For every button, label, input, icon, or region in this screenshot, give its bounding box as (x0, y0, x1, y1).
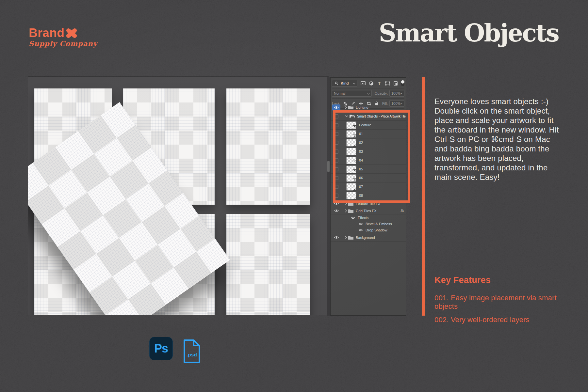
layer-row-effects[interactable]: Effects (331, 214, 406, 221)
visibility-eye-icon[interactable] (351, 216, 355, 219)
visibility-checkbox[interactable] (334, 141, 338, 145)
visibility-checkbox[interactable] (334, 123, 338, 127)
blend-mode-value: Normal (334, 91, 345, 95)
chevron-down-icon[interactable] (345, 115, 348, 117)
layer-thumbnail[interactable] (346, 174, 356, 182)
blend-mode-dropdown[interactable]: Normal (332, 90, 372, 97)
layer-row-smart-objects-group[interactable]: Smart Objects - Place Artwork Here (331, 112, 406, 121)
visibility-eye-icon[interactable] (334, 236, 339, 239)
layer-row-grid-tiles-fx[interactable]: Grid Tiles FX fx (331, 207, 406, 214)
opacity-label: Opacity: (375, 91, 388, 95)
smart-object-badge-icon (353, 152, 356, 155)
chevron-right-icon[interactable] (345, 202, 347, 205)
smart-object-badge-icon (353, 143, 356, 147)
layer-name: 06 (359, 176, 363, 180)
folder-open-icon (350, 114, 355, 118)
visibility-eye-icon[interactable] (359, 229, 363, 231)
layer-name: Lighting (356, 105, 368, 109)
filter-toggle-switch[interactable] (401, 80, 404, 86)
layers-panel-body: Kind T (330, 77, 406, 316)
layer-row-background[interactable]: Background (331, 234, 406, 242)
visibility-checkbox[interactable] (334, 176, 338, 180)
filter-shape-icon[interactable] (385, 81, 390, 86)
layer-thumbnail[interactable] (346, 148, 356, 155)
visibility-checkbox[interactable] (334, 167, 338, 171)
layer-thumbnail[interactable] (346, 192, 356, 199)
fx-badge[interactable]: fx (400, 209, 404, 213)
visibility-checkbox[interactable] (334, 158, 338, 163)
psd-file-icon: .psd (183, 339, 200, 365)
photoshop-app-icon: Ps (149, 337, 173, 360)
layer-name: Feature (359, 123, 371, 127)
visibility-checkbox[interactable] (334, 132, 338, 136)
layer-row-feature-tile-fx[interactable]: Feature Tile FX (331, 200, 406, 207)
folder-icon (348, 202, 353, 206)
layer-thumbnail[interactable] (346, 130, 356, 138)
layer-row-02[interactable]: 02 (331, 138, 406, 147)
chevron-right-icon[interactable] (345, 209, 347, 212)
scrollbar-thumb[interactable] (327, 161, 330, 172)
visibility-eye-icon[interactable] (334, 209, 339, 212)
layer-name: Feature Tile FX (356, 202, 380, 206)
filter-adjustment-icon[interactable] (368, 81, 374, 86)
visibility-eye-icon[interactable] (359, 223, 363, 225)
layer-list: Lighting Smart Objects - Place Artwork H… (331, 103, 406, 242)
ps-label: Ps (154, 342, 168, 355)
layer-name: Background (356, 236, 375, 240)
layer-name: 01 (359, 132, 363, 136)
layer-row-04[interactable]: 04 (331, 156, 406, 165)
layer-name: 04 (359, 158, 363, 162)
smart-object-badge-icon (353, 169, 356, 173)
effect-name: Effects (358, 216, 368, 220)
filter-smart-object-icon[interactable] (393, 81, 398, 86)
brand-tagline: Supply Company (29, 39, 97, 48)
key-features-section: Key Features 001. Easy image placement v… (434, 275, 575, 329)
layer-row-06[interactable]: 06 (331, 174, 406, 182)
layer-thumbnail[interactable] (346, 121, 356, 129)
layer-name: 03 (359, 149, 363, 153)
smart-object-badge-icon (353, 187, 356, 191)
search-icon (334, 81, 339, 86)
layer-thumbnail[interactable] (346, 165, 356, 173)
smart-object-badge-icon (353, 178, 356, 182)
folder-icon (348, 105, 353, 109)
visibility-checkbox[interactable] (334, 185, 338, 189)
layer-row-lighting[interactable]: Lighting (331, 103, 406, 112)
layer-row-01[interactable]: 01 (331, 130, 406, 138)
layer-row-08[interactable]: 08 (331, 191, 406, 200)
visibility-checkbox[interactable] (334, 149, 338, 154)
layer-name: 08 (359, 194, 363, 197)
chevron-right-icon[interactable] (345, 236, 347, 239)
layer-row-03[interactable]: 03 (331, 147, 406, 156)
layer-row-05[interactable]: 05 (331, 165, 406, 174)
filter-type-icon[interactable]: T (377, 81, 382, 86)
layer-name: Grid Tiles FX (356, 209, 377, 213)
filter-image-icon[interactable] (360, 81, 366, 86)
visibility-checkbox[interactable] (334, 114, 338, 118)
layer-row-drop-shadow[interactable]: Drop Shadow (331, 227, 406, 233)
presentation-slide: Brand Supply Company Smart Objects (0, 0, 588, 392)
description-text: Everyone loves smart objects :-) Double … (434, 97, 561, 182)
layer-row-07[interactable]: 07 (331, 182, 406, 191)
psd-label: .psd (187, 352, 197, 357)
effect-name: Drop Shadow (366, 228, 387, 232)
smart-object-badge-icon (353, 161, 356, 164)
chevron-down-icon (367, 91, 370, 95)
layer-row-feature[interactable]: Feature (331, 121, 406, 130)
layer-thumbnail[interactable] (346, 157, 356, 164)
accent-divider-line (422, 77, 425, 316)
visibility-checkbox[interactable] (334, 194, 338, 198)
folder-icon (348, 209, 353, 213)
page-title: Smart Objects (379, 19, 559, 47)
layer-name: 02 (359, 141, 363, 145)
chevron-right-icon[interactable] (345, 106, 347, 109)
layer-filter-dropdown[interactable]: Kind (332, 80, 357, 86)
layer-thumbnail[interactable] (346, 183, 356, 191)
opacity-field[interactable]: 100% (389, 90, 404, 97)
visibility-eye-icon[interactable] (332, 104, 340, 111)
panel-scrollbar[interactable] (327, 77, 330, 316)
layer-row-bevel-emboss[interactable]: Bevel & Emboss (331, 221, 406, 227)
key-features-heading: Key Features (434, 275, 575, 285)
visibility-eye-icon[interactable] (334, 202, 339, 205)
layer-thumbnail[interactable] (346, 139, 356, 147)
